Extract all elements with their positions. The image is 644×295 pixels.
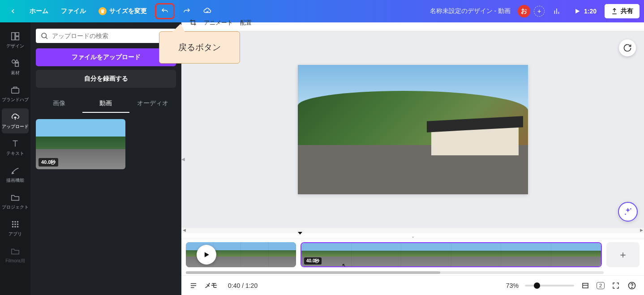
- fullscreen-icon[interactable]: [611, 281, 621, 291]
- timeline-play-button[interactable]: [197, 245, 216, 265]
- zoom-slider[interactable]: [525, 285, 574, 286]
- svg-point-11: [12, 223, 14, 225]
- magic-ai-button[interactable]: [618, 202, 638, 222]
- rail-brandhub[interactable]: ブランドハブ: [2, 81, 29, 107]
- svg-point-8: [12, 221, 14, 223]
- notes-icon[interactable]: [189, 281, 198, 291]
- rail-apps[interactable]: アプリ: [2, 216, 29, 241]
- share-label: 共有: [621, 7, 633, 15]
- svg-point-12: [14, 223, 16, 225]
- shapes-icon: [10, 58, 20, 68]
- canvas-stage[interactable]: [181, 31, 644, 228]
- zoom-percent[interactable]: 73%: [506, 282, 519, 289]
- svg-marker-0: [575, 9, 580, 14]
- user-avatar[interactable]: お: [518, 5, 530, 17]
- home-button[interactable]: ホーム: [25, 4, 53, 18]
- upload-file-button[interactable]: ファイルをアップロード: [36, 48, 176, 66]
- analytics-button[interactable]: [548, 4, 565, 18]
- timeline-collapse-handle[interactable]: ⌄: [181, 233, 644, 239]
- text-icon: [10, 139, 20, 149]
- add-page-button[interactable]: ＋: [606, 242, 640, 267]
- play-preview-button[interactable]: 1:20: [569, 4, 601, 18]
- clip2-duration-label: 40.0秒: [304, 257, 322, 265]
- refresh-frame-button[interactable]: [619, 39, 636, 56]
- rail-upload[interactable]: アップロード: [2, 108, 29, 133]
- resize-button[interactable]: ♛ サイズを変更: [94, 4, 151, 18]
- design-title[interactable]: 名称未設定のデザイン - 動画: [430, 7, 511, 15]
- timeline-scrollbar[interactable]: [181, 270, 644, 275]
- record-yourself-button[interactable]: 自分を録画する: [36, 70, 176, 88]
- duration-label: 1:20: [584, 8, 597, 15]
- tab-image[interactable]: 画像: [36, 95, 82, 113]
- help-icon[interactable]: [627, 281, 637, 291]
- resize-label: サイズを変更: [109, 7, 147, 15]
- search-uploads[interactable]: [36, 29, 176, 43]
- thumb-duration-label: 40.0秒: [39, 158, 58, 167]
- svg-rect-1: [12, 33, 15, 40]
- rail-design[interactable]: デザイン: [2, 28, 29, 53]
- timeline-clip-1[interactable]: [186, 242, 296, 267]
- cloud-upload-icon: [10, 112, 20, 122]
- svg-point-14: [12, 226, 14, 228]
- video-thumbnail[interactable]: 40.0秒: [36, 119, 125, 169]
- tab-audio[interactable]: オーディオ: [129, 95, 176, 113]
- cloud-check-icon: [203, 7, 211, 15]
- panel-collapse-handle[interactable]: ◀: [181, 156, 185, 161]
- add-collaborator-button[interactable]: +: [534, 6, 545, 17]
- svg-marker-20: [205, 252, 209, 257]
- pencil-icon: [10, 166, 20, 175]
- page-count-badge[interactable]: 2: [597, 282, 605, 289]
- template-icon: [10, 31, 20, 41]
- plus-icon: ＋: [618, 248, 628, 261]
- svg-point-23: [631, 287, 632, 287]
- refresh-icon: [623, 43, 632, 52]
- svg-rect-2: [16, 33, 19, 36]
- svg-rect-5: [15, 63, 18, 66]
- crop-icon[interactable]: [189, 19, 197, 27]
- playhead-marker-icon[interactable]: [298, 232, 302, 235]
- tab-video[interactable]: 動画: [82, 95, 129, 113]
- playback-time: 0:40 / 1:20: [228, 282, 258, 289]
- redo-button[interactable]: [178, 4, 195, 18]
- rail-elements[interactable]: 素材: [2, 55, 29, 80]
- rail-projects[interactable]: プロジェクト: [2, 189, 29, 214]
- nav-rail: デザイン 素材 ブランドハブ アップロード テキスト 描画機能 プロジェクト: [0, 22, 30, 295]
- file-menu-button[interactable]: ファイル: [56, 4, 90, 18]
- grid-icon: [10, 219, 20, 229]
- canvas-toolbar: アニメート 配置: [181, 22, 644, 31]
- svg-point-19: [625, 214, 626, 215]
- canvas-area: アニメート 配置 ◀▶ ⌄: [181, 22, 644, 295]
- undo-highlight-annotation: [155, 3, 175, 19]
- animate-button[interactable]: アニメート: [204, 19, 233, 27]
- folder-icon: [10, 192, 20, 202]
- upload-arrow-icon: [611, 8, 618, 15]
- svg-point-16: [17, 226, 19, 228]
- play-fill-icon: [202, 250, 211, 259]
- svg-point-17: [42, 33, 47, 38]
- cloud-sync-button[interactable]: [199, 4, 216, 18]
- position-button[interactable]: 配置: [240, 19, 252, 27]
- briefcase-icon: [10, 85, 20, 95]
- back-chevron-button[interactable]: [4, 4, 21, 18]
- svg-rect-3: [16, 37, 19, 40]
- upload-panel: ファイルをアップロード 自分を録画する 画像 動画 オーディオ 40.0秒 ◀: [30, 22, 181, 295]
- memo-button[interactable]: メモ: [205, 282, 217, 290]
- undo-button[interactable]: [158, 5, 172, 17]
- redo-icon: [183, 7, 191, 15]
- grid-view-icon[interactable]: [580, 281, 590, 291]
- search-input[interactable]: [52, 32, 172, 39]
- rail-filmora[interactable]: Filmora用: [2, 243, 29, 268]
- video-preview[interactable]: [298, 65, 528, 194]
- undo-icon: [161, 7, 169, 15]
- rail-draw[interactable]: 描画機能: [2, 162, 29, 187]
- sparkle-icon: [623, 207, 633, 217]
- svg-point-15: [14, 226, 16, 228]
- folder-dim-icon: [10, 246, 20, 256]
- timeline-clip-2-selected[interactable]: 40.0秒 ↖: [301, 242, 602, 267]
- share-button[interactable]: 共有: [605, 4, 640, 18]
- mouse-cursor-icon: ↖: [342, 262, 347, 267]
- canvas-h-scrollbar[interactable]: ◀▶: [181, 228, 644, 233]
- crown-icon: ♛: [99, 7, 107, 15]
- rail-text[interactable]: テキスト: [2, 135, 29, 160]
- svg-point-18: [630, 208, 631, 209]
